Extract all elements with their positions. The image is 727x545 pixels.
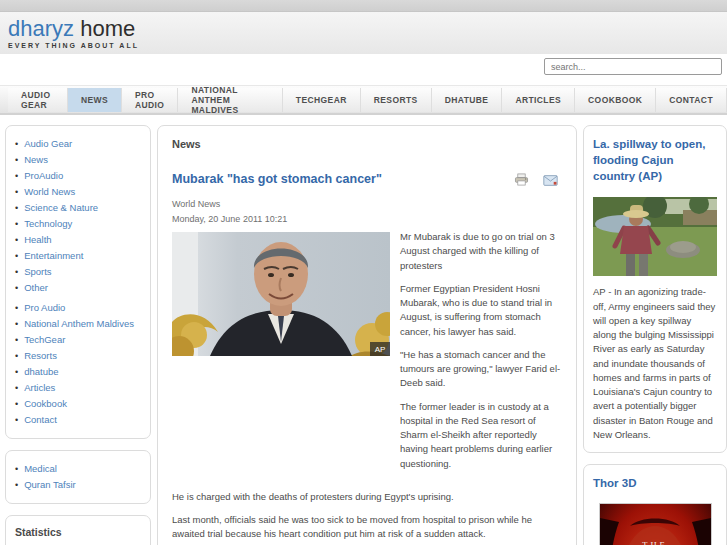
sidebar-item-resorts[interactable]: •Resorts xyxy=(15,348,141,364)
nav-tab-news[interactable]: NEWS xyxy=(68,88,122,112)
thor-title[interactable]: Thor 3D xyxy=(593,475,717,491)
spillway-title[interactable]: La. spillway to open, flooding Cajun cou… xyxy=(593,136,717,184)
bullet-icon: • xyxy=(15,381,18,396)
search-input[interactable] xyxy=(544,58,722,75)
left-sidebar: •Audio Gear •News •ProAudio •World News … xyxy=(5,125,151,545)
email-icon[interactable] xyxy=(543,172,558,190)
article-title[interactable]: Mubarak "has got stomach cancer" xyxy=(172,172,514,186)
article-date: Monday, 20 June 2011 10:21 xyxy=(170,214,564,224)
bullet-icon: • xyxy=(15,233,18,248)
bullet-icon: • xyxy=(15,137,18,152)
sidebar-subitem-label[interactable]: Sports xyxy=(24,264,51,279)
spillway-summary: AP - In an agonizing trade-off, Army eng… xyxy=(593,285,717,442)
bullet-icon: • xyxy=(15,413,18,428)
statistics-title: Statistics xyxy=(15,526,141,538)
article-paragraph: He is charged with the deaths of protest… xyxy=(172,490,564,504)
search-row xyxy=(0,54,727,85)
sidebar-subitem-health[interactable]: •Health xyxy=(15,232,141,248)
bullet-icon: • xyxy=(15,153,18,168)
article-actions xyxy=(514,172,562,190)
sidebar-subitem-other[interactable]: •Other xyxy=(15,280,141,296)
article-paragraph: Last month, officials said he was too si… xyxy=(172,513,564,542)
sidebar-item-national-anthem-maldives[interactable]: •National Anthem Maldives xyxy=(15,316,141,332)
main-menu: •Audio Gear •News xyxy=(15,136,141,168)
sidebar-subitem-science-nature[interactable]: •Science & Nature xyxy=(15,200,141,216)
statistics-box: Statistics Content View Hits : 761189 xyxy=(5,515,151,545)
sidebar-subitem-entertainment[interactable]: •Entertainment xyxy=(15,248,141,264)
thor-poster: THE GOD OF xyxy=(599,503,712,545)
bullet-icon: • xyxy=(15,301,18,316)
logo-primary: dharyz xyxy=(8,16,74,41)
print-icon[interactable] xyxy=(514,172,529,190)
photo-credit-ap: AP xyxy=(375,345,386,354)
sidebar-item-label[interactable]: National Anthem Maldives xyxy=(24,316,134,331)
bullet-icon: • xyxy=(15,317,18,332)
sidebar-item-label[interactable]: Resorts xyxy=(24,348,57,363)
browser-top-strip xyxy=(0,0,727,12)
sidebar-subitem-label[interactable]: World News xyxy=(24,184,75,199)
article-header: Mubarak "has got stomach cancer" xyxy=(170,162,564,190)
bullet-icon: • xyxy=(15,397,18,412)
nav-tab-national-anthem-maldives[interactable]: NATIONAL ANTHEM MALDIVES xyxy=(178,88,282,112)
nav-tab-audio-gear[interactable]: AUDIO GEAR xyxy=(8,88,68,112)
sidebar-item-articles[interactable]: •Articles xyxy=(15,380,141,396)
sidebar-item-label[interactable]: Contact xyxy=(24,412,57,427)
nav-tab-resorts[interactable]: RESORTS xyxy=(361,88,432,112)
sidebar-item-dhatube[interactable]: •dhatube xyxy=(15,364,141,380)
sidebar-subitem-world-news[interactable]: •World News xyxy=(15,184,141,200)
sidebar-item-label[interactable]: Quran Tafsir xyxy=(24,477,76,492)
sidebar-item-quran-tafsir[interactable]: •Quran Tafsir xyxy=(15,477,141,493)
sidebar-subitem-sports[interactable]: •Sports xyxy=(15,264,141,280)
nav-tab-cookbook[interactable]: COOKBOOK xyxy=(575,88,656,112)
bullet-icon: • xyxy=(15,478,18,493)
bullet-icon: • xyxy=(15,249,18,264)
bullet-icon: • xyxy=(15,281,18,296)
sidebar-item-label[interactable]: TechGear xyxy=(24,332,65,347)
sidebar-item-news[interactable]: •News xyxy=(15,152,141,168)
sidebar-subitem-label[interactable]: Science & Nature xyxy=(24,200,98,215)
sidebar-item-audio-gear[interactable]: •Audio Gear xyxy=(15,136,141,152)
sidebar-item-label[interactable]: Medical xyxy=(24,461,57,476)
sidebar-item-label[interactable]: Audio Gear xyxy=(24,136,72,151)
article-body: He is charged with the deaths of protest… xyxy=(170,490,564,545)
bullet-icon: • xyxy=(15,462,18,477)
right-sidebar: La. spillway to open, flooding Cajun cou… xyxy=(583,125,727,545)
secondary-menu: •Medical •Quran Tafsir xyxy=(15,461,141,493)
sidebar-subitem-label[interactable]: Entertainment xyxy=(24,248,83,263)
sidebar-subitem-technology[interactable]: •Technology xyxy=(15,216,141,232)
main-nav: AUDIO GEAR NEWS PRO AUDIO NATIONAL ANTHE… xyxy=(0,85,727,115)
sidebar-subitem-proaudio[interactable]: •ProAudio xyxy=(15,168,141,184)
sidebar-item-techgear[interactable]: •TechGear xyxy=(15,332,141,348)
sidebar-subitem-label[interactable]: Technology xyxy=(24,216,72,231)
sidebar-item-label[interactable]: Cookbook xyxy=(24,396,67,411)
site-tagline: EVERY THING ABOUT ALL xyxy=(8,42,727,49)
article-category[interactable]: World News xyxy=(170,199,564,209)
sidebar-item-contact[interactable]: •Contact xyxy=(15,412,141,428)
nav-tab-contact[interactable]: CONTACT xyxy=(656,88,727,112)
bullet-icon: • xyxy=(15,333,18,348)
main-menu-rest: •Pro Audio •National Anthem Maldives •Te… xyxy=(15,300,141,428)
bullet-icon: • xyxy=(15,349,18,364)
news-submenu: •ProAudio •World News •Science & Nature … xyxy=(15,168,141,296)
sidebar-item-cookbook[interactable]: •Cookbook xyxy=(15,396,141,412)
sidebar-item-medical[interactable]: •Medical xyxy=(15,461,141,477)
sidebar-item-label[interactable]: Pro Audio xyxy=(24,300,65,315)
article-paragraph: The former leader is in custody at a hos… xyxy=(400,400,564,471)
sidebar-item-pro-audio[interactable]: •Pro Audio xyxy=(15,300,141,316)
site-logo[interactable]: dharyz home xyxy=(8,17,727,41)
nav-tab-articles[interactable]: ARTICLES xyxy=(502,88,575,112)
nav-tab-pro-audio[interactable]: PRO AUDIO xyxy=(122,88,178,112)
sidebar-item-label[interactable]: dhatube xyxy=(24,364,58,379)
nav-tab-dhatube[interactable]: DHATUBE xyxy=(432,88,503,112)
nav-tab-techgear[interactable]: TECHGEAR xyxy=(283,88,361,112)
sidebar-subitem-label[interactable]: Health xyxy=(24,232,51,247)
sidebar-subitem-label[interactable]: Other xyxy=(24,280,48,295)
sidebar-subitem-label[interactable]: ProAudio xyxy=(24,168,63,183)
sidebar-item-label[interactable]: Articles xyxy=(24,380,55,395)
logo-secondary: home xyxy=(74,16,135,41)
main-column: News Mubarak "has got stomach cancer" Wo… xyxy=(157,125,577,545)
spillway-photo xyxy=(593,197,717,276)
bullet-icon: • xyxy=(15,365,18,380)
sidebar-item-label[interactable]: News xyxy=(24,152,48,167)
bullet-icon: • xyxy=(15,265,18,280)
